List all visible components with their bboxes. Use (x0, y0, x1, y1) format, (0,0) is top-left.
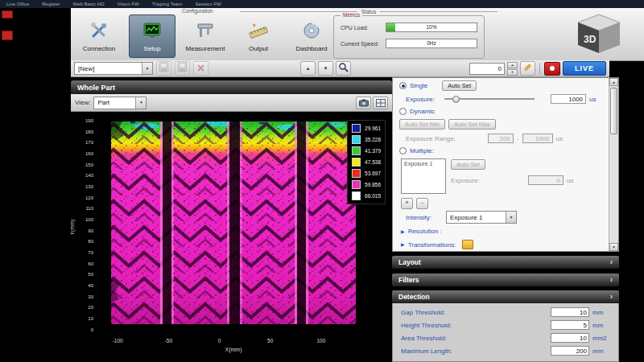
tab-setup[interactable]: Setup (129, 14, 175, 58)
auto-set-max-button[interactable]: Auto Set Max (448, 119, 496, 130)
multi-exposure-value-field[interactable]: 0 (528, 175, 564, 185)
main-tab-bar: Connection Setup Measurement Output (76, 14, 335, 58)
detection-field-unit: mm (592, 322, 610, 329)
exposure-value-field[interactable]: 1000 (551, 94, 586, 104)
exposure-range-min-field[interactable]: 200 (488, 134, 514, 143)
remove-exposure-button[interactable]: - (416, 198, 428, 209)
chevron-down-icon: ▼ (142, 63, 152, 74)
chevron-down-icon: ▼ (135, 97, 146, 109)
exposure-range-label: Exposure Range: (406, 135, 456, 142)
x-tick-label: -50 (165, 338, 172, 343)
multiple-exposure-radio[interactable] (399, 147, 407, 154)
save-job-button[interactable] (156, 61, 171, 76)
legend-row: 35.228 (352, 135, 381, 144)
legend-row: 41.379 (352, 146, 381, 155)
top-menu-strip: Live OfficeRegisterWeb Basic HDVision FW… (0, 0, 644, 8)
y-axis-ticks: 1901801701601501401301201101009080706050… (76, 118, 93, 332)
scroll-up-icon[interactable]: ▲ (609, 78, 618, 86)
tab-output[interactable]: Output (235, 14, 282, 58)
single-exposure-radio[interactable] (399, 82, 407, 89)
y-tick-label: 110 (76, 206, 93, 211)
detection-field-input[interactable]: 10 (551, 333, 589, 343)
save-as-job-button[interactable] (175, 61, 190, 76)
download-job-button[interactable]: ▼ (318, 61, 333, 76)
filters-panel-header[interactable]: Filters › (392, 274, 619, 286)
tab-measurement-label: Measurement (186, 45, 225, 52)
exposure-range-unit: us (556, 135, 563, 142)
split-view-button[interactable] (373, 97, 388, 109)
zoom-icon (338, 61, 349, 76)
detection-row: Maximum Length:200mm (393, 344, 618, 357)
scroll-down-icon[interactable]: ▼ (609, 243, 618, 251)
job-toolbar: [New] ▼ ▲ ▼ 0 ▲ ▼ (71, 60, 609, 77)
detection-field-label: Area Threshold: (401, 335, 447, 342)
detection-panel-header[interactable]: Detection › (392, 290, 619, 303)
y-tick-label: 180 (76, 130, 93, 134)
y-tick-label: 130 (76, 184, 93, 189)
detection-panel-title: Detection (398, 293, 430, 301)
detection-field-input[interactable]: 200 (551, 346, 589, 356)
y-tick-label: 160 (76, 151, 93, 156)
detection-field-input[interactable]: 10 (551, 307, 589, 317)
detection-panel-body: Gap Threshold:10mmHeight Threshold:5mmAr… (392, 303, 619, 362)
view-selector-value: Part (94, 99, 135, 106)
dynamic-exposure-radio[interactable] (399, 108, 407, 115)
legend-swatch (352, 180, 361, 189)
exposure-list[interactable]: Exposure 1 (401, 158, 446, 194)
chevron-right-icon: › (610, 258, 613, 266)
view-selector[interactable]: Part ▼ (93, 97, 147, 109)
auto-set-button[interactable]: Auto Set (442, 80, 477, 91)
detection-field-unit: mm2 (592, 335, 610, 342)
snapshot-button[interactable] (356, 97, 371, 109)
transformations-expander[interactable]: Transformations: (408, 241, 456, 249)
cpu-load-row: CPU Load: 10% (341, 23, 477, 32)
spinner-up-icon[interactable]: ▲ (507, 62, 518, 68)
current-speed-row: Current Speed: 0Hz (341, 39, 477, 48)
resolution-expander[interactable]: Resolution : (408, 228, 442, 235)
frame-counter-field[interactable]: 0 (469, 63, 505, 75)
spinner-down-icon[interactable]: ▼ (507, 69, 518, 76)
y-tick-label: 50 (76, 272, 93, 277)
delete-job-button[interactable] (193, 61, 208, 76)
tab-connection[interactable]: Connection (76, 14, 122, 58)
tab-dashboard[interactable]: Dashboard (288, 14, 335, 58)
multi-auto-set-button[interactable]: Auto Set (451, 159, 485, 170)
whole-part-panel-header: Whole Part (71, 80, 392, 94)
filters-panel-title: Filters (398, 276, 419, 284)
y-tick-label: 170 (76, 140, 93, 145)
x-tick-label: 50 (267, 338, 273, 343)
job-selector[interactable]: [New] ▼ (74, 62, 153, 75)
scan-canvas[interactable]: Y(mm) 1901801701601501401301201101009080… (71, 112, 392, 362)
legend-value: 41.379 (365, 148, 381, 154)
zoom-button[interactable] (336, 61, 351, 76)
settings-scrollbar[interactable]: ▲ ▼ (609, 78, 618, 251)
exposure-slider[interactable] (444, 95, 535, 103)
configuration-label: Configuration (182, 8, 213, 14)
top-menu-item: Session FW (195, 2, 221, 6)
add-exposure-button[interactable]: + (401, 198, 413, 209)
acquisition-controls-group: 0 ▲ ▼ LIVE (469, 61, 606, 76)
y-tick-label: 80 (76, 239, 93, 244)
exposure-range-separator: - (517, 135, 519, 142)
layout-panel-title: Layout (398, 258, 421, 266)
exposure-range-max-field[interactable]: 1000 (522, 134, 553, 143)
layout-panel-header[interactable]: Layout › (392, 256, 619, 269)
scrollbar-thumb[interactable] (610, 88, 617, 134)
legend-row: 59.856 (352, 180, 381, 189)
exposure-list-item[interactable]: Exposure 1 (404, 161, 432, 167)
record-button[interactable] (544, 62, 560, 76)
tab-measurement[interactable]: Measurement (182, 14, 229, 58)
metrics-title: Metrics (341, 12, 362, 18)
edit-button[interactable] (520, 61, 535, 76)
whole-part-toolbar: View: Part ▼ (71, 94, 392, 112)
y-tick-label: 90 (76, 228, 93, 233)
intensity-selector[interactable]: Exposure 1 ▼ (446, 211, 517, 224)
detection-field-unit: mm (592, 309, 610, 316)
auto-set-min-button[interactable]: Auto Set Min (399, 119, 445, 130)
y-tick-label: 150 (76, 162, 93, 167)
delete-icon (196, 61, 205, 76)
detection-field-input[interactable]: 5 (551, 320, 589, 330)
exposure-slider-thumb[interactable] (452, 96, 460, 103)
live-button[interactable]: LIVE (563, 61, 606, 76)
upload-job-button[interactable]: ▲ (300, 61, 316, 76)
